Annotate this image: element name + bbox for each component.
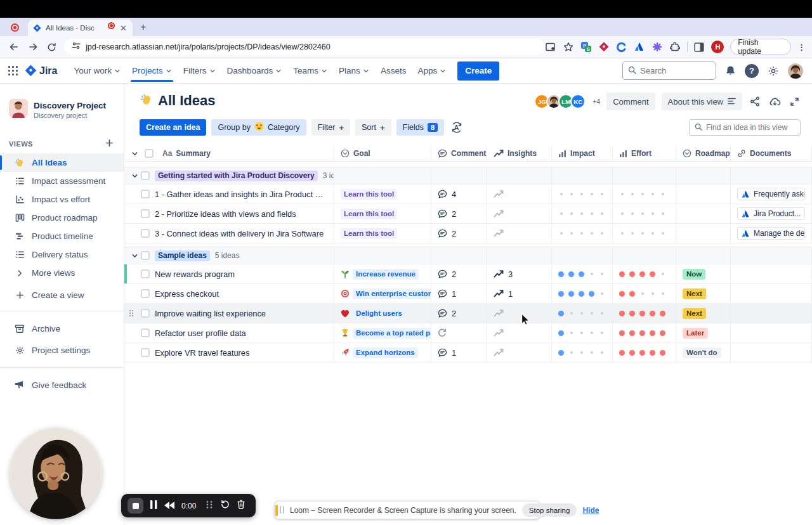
column-header-documents[interactable]: Documents xyxy=(731,146,812,161)
insights-cell[interactable] xyxy=(487,343,552,362)
insights-cell[interactable]: 1 xyxy=(487,284,552,303)
group-checkbox[interactable] xyxy=(141,251,150,260)
loom-control-bar[interactable]: 0:00 xyxy=(121,494,256,517)
document-chip[interactable]: Frequently asked... xyxy=(737,188,805,200)
summary-cell[interactable]: Express checkout xyxy=(124,284,334,303)
group-collapse-icon[interactable] xyxy=(128,172,141,179)
share-icon[interactable] xyxy=(749,95,761,108)
effort-cell[interactable] xyxy=(613,343,676,362)
insights-cell[interactable] xyxy=(487,304,552,323)
nav-item-plans[interactable]: Plans xyxy=(334,60,374,81)
insights-cell[interactable] xyxy=(487,185,552,204)
documents-cell[interactable] xyxy=(731,343,812,362)
row-checkbox[interactable] xyxy=(141,348,150,357)
group-collapse-icon[interactable] xyxy=(128,252,141,259)
trash-icon[interactable] xyxy=(237,500,246,512)
insights-cell[interactable] xyxy=(487,224,552,243)
browser-profile-avatar[interactable]: H xyxy=(711,41,724,53)
sidebar-item-more-views[interactable]: More views xyxy=(0,264,124,282)
effort-rating[interactable] xyxy=(619,291,665,297)
impact-rating[interactable] xyxy=(558,191,605,197)
documents-cell[interactable] xyxy=(731,323,812,342)
effort-cell[interactable] xyxy=(613,185,676,204)
create-idea-button[interactable]: Create an idea xyxy=(140,119,206,136)
summary-cell[interactable]: 1 - Gather ideas and insights in Jira Pr… xyxy=(124,185,334,204)
column-header-comments[interactable]: Comments xyxy=(431,146,487,161)
table-row[interactable]: Explore VR travel featuresExpand horizon… xyxy=(124,343,812,363)
goal-pill[interactable]: Increase revenue xyxy=(353,269,419,280)
effort-rating[interactable] xyxy=(619,271,665,277)
export-cloud-icon[interactable] xyxy=(768,96,782,108)
column-header-goal[interactable]: Goal xyxy=(334,146,431,161)
goal-cell[interactable]: Learn this tool xyxy=(334,204,431,223)
impact-rating[interactable] xyxy=(558,231,605,237)
sidebar-item-impact-vs-effort[interactable]: Impact vs effort xyxy=(0,190,124,209)
project-header[interactable]: Discovery Project Discovery project xyxy=(0,84,124,120)
goal-cell[interactable]: Delight users xyxy=(334,304,431,323)
goal-cell[interactable]: Learn this tool xyxy=(334,185,431,204)
url-bar[interactable]: jpd-research.atlassian.net/jira/polaris/… xyxy=(64,39,545,55)
impact-cell[interactable] xyxy=(552,224,613,243)
documents-cell[interactable] xyxy=(731,304,812,323)
impact-rating[interactable] xyxy=(558,291,605,297)
roadmap-cell[interactable]: Next xyxy=(676,304,731,323)
document-chip[interactable]: Manage the deliver... xyxy=(737,227,805,240)
document-chip[interactable]: Jira Product... xyxy=(737,207,805,220)
effort-cell[interactable] xyxy=(613,304,676,323)
group-header-row[interactable]: Getting started with Jira Product Discov… xyxy=(124,167,812,185)
settings-gear-icon[interactable] xyxy=(768,65,779,77)
translate-refresh-icon[interactable]: A xyxy=(449,121,464,134)
user-avatar[interactable] xyxy=(788,63,803,79)
global-search[interactable] xyxy=(622,62,716,80)
row-checkbox[interactable] xyxy=(141,229,150,238)
effort-cell[interactable] xyxy=(613,264,676,283)
column-header-roadmap[interactable]: Roadmap xyxy=(676,146,731,161)
comments-cell[interactable]: 2 xyxy=(431,264,487,283)
effort-rating[interactable] xyxy=(619,330,665,336)
group-checkbox[interactable] xyxy=(141,171,150,180)
row-checkbox[interactable] xyxy=(141,309,150,318)
sidebar-item-project-settings[interactable]: Project settings xyxy=(0,339,124,361)
table-row[interactable]: Refactor user profile dataBecome a top r… xyxy=(124,323,812,343)
effort-rating[interactable] xyxy=(619,191,665,197)
about-this-view-button[interactable]: About this view xyxy=(662,93,742,110)
goal-pill[interactable]: Learn this tool xyxy=(341,189,397,200)
documents-cell[interactable] xyxy=(731,284,812,303)
table-row[interactable]: New rewards programIncrease revenue23Now xyxy=(124,264,812,284)
global-search-input[interactable] xyxy=(640,66,704,75)
find-idea-input[interactable] xyxy=(706,123,789,132)
effort-rating[interactable] xyxy=(619,350,665,356)
goal-cell[interactable]: Learn this tool xyxy=(334,224,431,243)
app-switcher-icon[interactable] xyxy=(8,65,18,76)
flower-extension-icon[interactable] xyxy=(652,41,663,53)
tab-capture-icon[interactable] xyxy=(545,41,556,53)
effort-cell[interactable] xyxy=(613,204,676,223)
restart-icon[interactable] xyxy=(220,500,230,512)
roadmap-cell[interactable] xyxy=(676,185,731,204)
goal-pill[interactable]: Learn this tool xyxy=(341,209,397,219)
collapse-all-icon[interactable] xyxy=(128,150,141,157)
goal-pill[interactable]: Expand horizons xyxy=(353,347,418,358)
forward-icon[interactable] xyxy=(28,42,38,52)
effort-rating[interactable] xyxy=(619,231,665,237)
table-row[interactable]: 1 - Gather ideas and insights in Jira Pr… xyxy=(124,185,812,204)
create-view-button[interactable]: Create a view xyxy=(0,286,124,304)
stop-recording-button[interactable] xyxy=(128,498,143,514)
reload-icon[interactable] xyxy=(47,42,56,52)
stop-sharing-button[interactable]: Stop sharing xyxy=(522,503,577,517)
comments-cell[interactable] xyxy=(431,323,487,342)
extensions-puzzle-icon[interactable] xyxy=(669,41,681,53)
impact-rating[interactable] xyxy=(558,211,605,217)
table-row[interactable]: Improve waiting list experienceDelight u… xyxy=(124,304,812,323)
column-header-impact[interactable]: Impact xyxy=(552,146,613,161)
nav-item-your-work[interactable]: Your work xyxy=(69,60,126,81)
goal-pill[interactable]: Win enterprise customers xyxy=(353,288,431,299)
site-info-icon[interactable] xyxy=(72,41,81,53)
new-tab-button[interactable]: + xyxy=(140,22,146,33)
avatar-overflow-count[interactable]: +4 xyxy=(593,98,600,105)
effort-cell[interactable] xyxy=(613,224,676,243)
impact-cell[interactable] xyxy=(552,284,613,303)
c-extension-icon[interactable] xyxy=(616,41,627,53)
help-icon[interactable]: ? xyxy=(745,64,759,78)
summary-cell[interactable]: Improve waiting list experience xyxy=(124,304,334,323)
